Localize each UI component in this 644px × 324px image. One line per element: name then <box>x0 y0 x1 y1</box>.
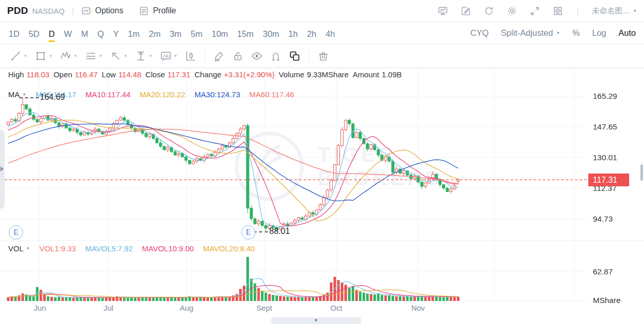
timeframe-4h[interactable]: 4h <box>325 25 335 42</box>
ohlc-legend: High118.03Open116.47Low114.48Close117.31… <box>8 70 402 79</box>
x-axis-month-jun: Jun <box>34 304 46 312</box>
timeframe-2m[interactable]: 2m <box>148 25 161 42</box>
candle-pattern-tool[interactable] <box>181 50 200 62</box>
control-label: Auto <box>618 28 636 38</box>
ohlc-label: Change <box>195 70 222 79</box>
chevron-down-icon: ▼ <box>74 54 78 58</box>
timeframe-y[interactable]: Y <box>112 25 119 42</box>
layout-name-label: 未命名图… <box>592 6 630 16</box>
ma-legend-item: MA10:117.44 <box>85 90 130 99</box>
last-price-badge: 117.31 <box>588 174 629 186</box>
vol-indicator-label: VOL <box>8 244 24 253</box>
chevron-down-icon: ▼ <box>174 54 178 58</box>
freehand-draw-icon <box>213 50 225 62</box>
ohlc-low: Low114.48 <box>102 70 141 79</box>
chevron-down-icon: ▼ <box>556 31 560 35</box>
x-axis-month-aug: Aug <box>180 304 194 312</box>
control-%[interactable]: % <box>572 28 580 38</box>
header-tools: | 未命名图… ▼ <box>438 6 637 16</box>
layout-grid-icon[interactable] <box>553 6 563 16</box>
visibility-eye-tool[interactable] <box>247 50 266 62</box>
timeframe-1h[interactable]: 1h <box>288 25 298 42</box>
control-auto[interactable]: Auto <box>618 28 636 38</box>
header-nav-options[interactable]: Options <box>81 6 123 16</box>
header-nav-profile[interactable]: Profile <box>139 6 176 16</box>
timeframe-2h[interactable]: 2h <box>307 25 317 42</box>
timeframe-5m[interactable]: 5m <box>190 25 203 42</box>
timeframe-d[interactable]: D <box>48 25 55 42</box>
ohlc-change: Change+3.31(+2.90%) <box>195 70 275 79</box>
earnings-marker[interactable]: E <box>241 225 256 240</box>
refresh-icon[interactable] <box>484 6 494 16</box>
layout-name-menu[interactable]: 未命名图… ▼ <box>592 6 637 16</box>
header-nav-label: Options <box>95 6 123 15</box>
right-mini-scrollbar[interactable] <box>640 164 643 181</box>
control-log[interactable]: Log <box>592 28 607 38</box>
timeframe-1d[interactable]: 1D <box>8 25 20 42</box>
symbol-name[interactable]: PDD <box>7 5 28 16</box>
annotate-icon[interactable] <box>461 6 471 16</box>
trash-tool[interactable] <box>314 50 333 62</box>
freehand-draw-tool[interactable] <box>210 50 228 62</box>
control-cyq[interactable]: CYQ <box>470 28 489 38</box>
chart-region: TIGER BROKERS High118.03Open116.47Low114… <box>0 68 644 324</box>
ohlc-close: Close117.31 <box>145 70 190 79</box>
magnet-tool[interactable] <box>266 50 285 62</box>
timeframe-10m[interactable]: 10m <box>211 25 228 42</box>
ohlc-label: Close <box>145 70 165 79</box>
timeframe-5d[interactable]: 5D <box>28 25 40 42</box>
scrollbar-arrow-icon: ▼ <box>314 318 318 323</box>
chevron-down-icon: ▼ <box>149 54 153 58</box>
link-charts-tool[interactable] <box>285 50 304 62</box>
settings-icon[interactable] <box>507 6 517 16</box>
control-label: Split-Adjusted <box>501 28 553 38</box>
trash-icon <box>317 50 329 62</box>
ohlc-label: Low <box>102 70 116 79</box>
unlock-icon <box>232 50 244 62</box>
earnings-marker[interactable]: E <box>9 225 23 240</box>
timeframe-w[interactable]: W <box>63 25 73 42</box>
timeframe-30m[interactable]: 30m <box>262 25 280 42</box>
ohlc-value: 117.31 <box>168 70 191 79</box>
timeframe-3m[interactable]: 3m <box>169 25 182 42</box>
header-divider: | <box>72 7 74 15</box>
timeframe-m[interactable]: M <box>81 25 89 42</box>
ohlc-value: 1.09B <box>382 70 402 79</box>
timeframe-15m[interactable]: 15m <box>237 25 254 42</box>
price-range-tool[interactable]: ▼ <box>131 50 156 62</box>
high-annotation-label: 164.69 <box>40 93 65 102</box>
left-panel-handle[interactable] <box>0 129 5 209</box>
wave-pattern-tool[interactable]: ▼ <box>56 50 81 62</box>
unlock-tool[interactable] <box>228 50 247 62</box>
vol-legend-item: MAVOL5:7.92 <box>85 244 133 253</box>
vol-indicator-menu[interactable]: VOL▼ <box>8 244 30 253</box>
control-split-adjusted[interactable]: Split-Adjusted▼ <box>501 28 560 38</box>
screen-share-icon[interactable] <box>438 6 448 16</box>
price-axis-label: 94.73 <box>593 214 613 224</box>
horizontal-scrollbar[interactable]: ▼ <box>271 317 361 324</box>
vol-axis-unit: MShare <box>593 296 620 305</box>
control-label: Log <box>592 28 607 38</box>
chart-mode-controls: CYQSplit-Adjusted▼%LogAuto <box>470 28 636 38</box>
fullscreen-icon[interactable] <box>530 6 540 16</box>
x-axis-month-oct: Oct <box>330 304 342 312</box>
shape-rect-icon <box>35 50 47 62</box>
timeframe-1m[interactable]: 1m <box>127 25 140 42</box>
visibility-eye-icon <box>251 50 263 62</box>
shape-rect-tool[interactable]: ▼ <box>31 50 56 62</box>
chart-canvas[interactable] <box>0 68 644 324</box>
link-charts-icon <box>289 50 301 62</box>
arrow-mark-tool[interactable]: ▼ <box>106 50 131 62</box>
control-label: % <box>572 28 580 38</box>
toolbar-divider <box>309 51 309 62</box>
exchange-name: NASDAQ <box>32 7 64 15</box>
timeframe-q[interactable]: Q <box>97 25 104 42</box>
profile-icon <box>139 6 149 16</box>
header-divider-2: | <box>577 7 579 15</box>
text-note-tool[interactable]: Aa▼ <box>156 50 181 62</box>
price-range-icon <box>135 50 147 62</box>
trend-line-tool[interactable]: ▼ <box>6 50 31 62</box>
wave-pattern-icon <box>60 50 72 62</box>
timeframe-bar: 1D5DDWMQY1m2m3m5m10m15m30m1h2h4h CYQSpli… <box>0 22 644 45</box>
gann-lines-tool[interactable]: G▼ <box>81 50 106 62</box>
